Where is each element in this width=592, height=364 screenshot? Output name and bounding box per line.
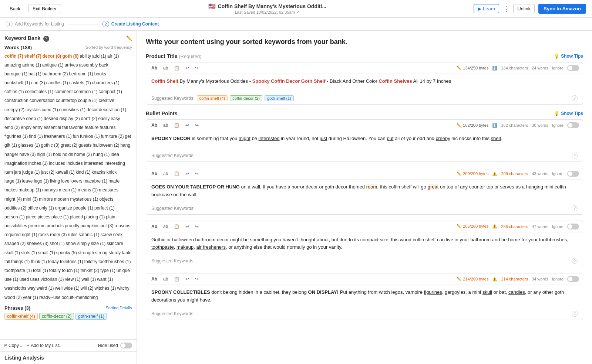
keyword-tag[interactable]: products — [47, 222, 64, 230]
keyword-tag[interactable]: creative — [99, 97, 114, 105]
keyword-tag[interactable]: easy — [111, 115, 120, 123]
ignore-toggle-title[interactable] — [567, 65, 579, 71]
keyword-tag[interactable]: fall — [62, 124, 68, 132]
bp4-editor-content[interactable]: SPOOKY COLLECTIBLES don't belong hidden … — [146, 285, 583, 308]
keyword-tag[interactable]: deep (1) — [26, 115, 43, 123]
keyword-tag[interactable]: organize — [55, 204, 72, 212]
exit-builder-button[interactable]: Exit Builder — [28, 4, 61, 13]
keyword-tag[interactable]: comment — [54, 88, 73, 96]
keyword-tag[interactable]: couple (1) — [78, 97, 97, 105]
keyword-tag[interactable]: display (2) — [59, 115, 80, 123]
keyword-tag[interactable]: required — [4, 231, 21, 239]
keyword-tag[interactable]: judge (1) — [22, 169, 40, 176]
keyword-tag[interactable]: characters (1) — [92, 79, 120, 87]
sug-tag-2[interactable]: coffin-decor (2) — [230, 95, 262, 101]
keyword-tag[interactable]: construction — [4, 97, 28, 105]
keyword-tag[interactable]: want (1) — [97, 276, 113, 283]
phrase-tag[interactable]: goth-shelf (1) — [75, 313, 107, 320]
keyword-tag[interactable]: interested — [84, 160, 104, 167]
keyword-tag[interactable]: toothbrushes (1) — [98, 258, 131, 266]
edit-icon[interactable]: ✏️ — [126, 35, 132, 41]
keyword-tag[interactable]: décor — [87, 106, 98, 114]
keyword-tag[interactable]: back — [99, 61, 108, 69]
keyword-tag[interactable]: countertop — [56, 97, 77, 105]
lowercase-button-bp1[interactable]: ab — [162, 122, 169, 129]
keyword-tag[interactable]: washcloths — [4, 285, 26, 292]
keyword-tag[interactable]: skull (1) — [4, 249, 20, 257]
keyword-tag[interactable]: assembly — [79, 61, 98, 69]
keyword-tag[interactable]: simply — [77, 240, 90, 248]
keyword-tag[interactable]: caskets (1) — [69, 79, 91, 87]
keyword-tag[interactable]: interesting — [105, 160, 125, 167]
sug-tag-1[interactable]: coffin-shelf (4) — [197, 95, 228, 101]
keyword-tag[interactable]: shaped (2) — [4, 240, 26, 248]
keyword-tag[interactable]: just (2) — [41, 169, 54, 176]
keyword-tag[interactable]: arrives — [64, 61, 78, 69]
keyword-tag[interactable]: perfect (1) — [94, 204, 115, 212]
keyword-tag[interactable]: baroque (1) — [4, 70, 27, 78]
keyword-tag[interactable]: ready--use — [39, 294, 60, 302]
keyword-tag[interactable]: show — [66, 240, 76, 248]
keyword-tag[interactable]: totally — [49, 267, 61, 275]
keyword-tag[interactable]: included — [49, 160, 65, 167]
keyword-tag[interactable]: enjoy — [21, 124, 31, 132]
keyword-tag[interactable]: piece — [26, 213, 37, 221]
keyword-tag[interactable]: anime (1) — [22, 61, 41, 69]
undo-button-bp3[interactable]: ↩ — [184, 223, 191, 230]
keyword-tag[interactable]: spooky (5) — [56, 249, 77, 257]
bold-button-bp4[interactable]: Ab — [150, 276, 159, 282]
keyword-tag[interactable]: witches (1) — [94, 285, 116, 292]
show-tips-bullets[interactable]: 💡 Show Tips — [554, 111, 583, 116]
keyword-tag[interactable]: add (1) — [92, 52, 106, 60]
keyword-tag[interactable]: put (3) — [101, 222, 114, 230]
keyword-tag[interactable]: hung (1) — [93, 151, 110, 159]
keyword-tag[interactable]: get — [125, 133, 131, 140]
keyword-tag[interactable]: shelf (7) — [24, 52, 41, 60]
help-icon-title[interactable]: ? — [572, 95, 578, 101]
keyword-tag[interactable]: bathroom (2) — [43, 70, 68, 78]
undo-button-bp2[interactable]: ↩ — [184, 170, 191, 177]
keyword-tag[interactable]: coffin (7) — [4, 52, 23, 60]
keyword-tag[interactable]: shelves (3) — [27, 240, 48, 248]
keyword-tag[interactable]: office — [27, 204, 38, 212]
keyword-tag[interactable]: rocks — [38, 231, 49, 239]
keyword-tag[interactable]: crystals — [26, 106, 41, 114]
sorting-details[interactable]: Sorting Details — [105, 306, 132, 310]
keyword-tag[interactable]: high (1) — [37, 151, 52, 159]
sug-tag-3[interactable]: goth-shelf (1) — [265, 95, 294, 101]
keyword-tag[interactable]: year (1) — [23, 294, 38, 302]
phrase-tag[interactable]: coffin-shelf (4) — [4, 313, 38, 320]
copy-text-button-title[interactable]: 📋 — [172, 65, 181, 71]
ignore-toggle-bp2[interactable] — [567, 171, 579, 177]
keyword-tag[interactable]: objects — [99, 195, 113, 203]
lowercase-button-bp3[interactable]: ab — [162, 223, 169, 230]
keyword-tag[interactable]: well — [55, 285, 63, 292]
keyword-tag[interactable]: use (1) — [4, 276, 18, 283]
keyword-tag[interactable]: antique (1) — [42, 61, 63, 69]
keyword-tag[interactable]: witchy — [117, 285, 129, 292]
redo-button-title[interactable]: ↪ — [194, 65, 200, 71]
redo-button-bp3[interactable]: ↪ — [194, 223, 200, 230]
keyword-tag[interactable]: right (1) — [22, 231, 37, 239]
keyword-tag[interactable]: seek — [113, 231, 122, 239]
keyword-tag[interactable]: screw — [100, 231, 112, 239]
keyword-tag[interactable]: macabre (1) — [83, 177, 107, 185]
keyword-tag[interactable]: mirrors — [39, 195, 53, 203]
keyword-tag[interactable]: halloween (2) — [92, 142, 119, 149]
unlink-button[interactable]: Unlink — [513, 4, 535, 13]
keyword-tag[interactable]: books — [94, 70, 106, 78]
keyword-tag[interactable]: occult--mentioning — [61, 294, 98, 302]
keyword-tag[interactable]: total (1) — [33, 267, 48, 275]
lowercase-button-title[interactable]: ab — [162, 65, 169, 71]
keyword-tag[interactable]: sturdy — [108, 249, 121, 257]
keyword-tag[interactable]: only (1) — [39, 204, 54, 212]
keyword-tag[interactable]: toiletries (1) — [60, 258, 83, 266]
keyword-tag[interactable]: knacks — [91, 169, 105, 176]
keyword-tag[interactable]: can (3) — [31, 79, 45, 87]
keyword-tag[interactable]: jars — [14, 169, 21, 176]
undo-button-bp1[interactable]: ↩ — [184, 122, 191, 129]
bold-button-bp1[interactable]: Ab — [150, 122, 159, 129]
keyword-tag[interactable]: mysterious (1) — [70, 195, 98, 203]
keyword-tag[interactable]: toothpaste (1) — [4, 267, 32, 275]
undo-button-bp4[interactable]: ↩ — [184, 276, 191, 282]
